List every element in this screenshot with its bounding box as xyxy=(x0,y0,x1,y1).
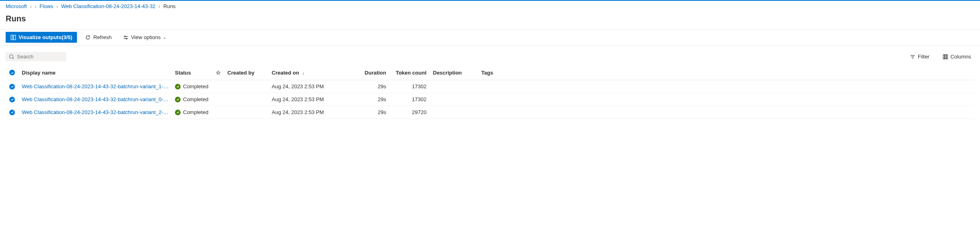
refresh-button[interactable]: Refresh xyxy=(82,32,115,43)
svg-point-4 xyxy=(125,36,126,37)
token-count-cell: 17302 xyxy=(389,93,430,106)
row-select-icon[interactable] xyxy=(9,84,15,89)
status-text: Completed xyxy=(183,109,208,115)
run-name-link[interactable]: Web Classification-08-24-2023-14-43-32-b… xyxy=(22,83,171,89)
filter-icon xyxy=(910,54,915,60)
run-name-link[interactable]: Web Classification-08-24-2023-14-43-32-b… xyxy=(22,109,171,115)
visualize-outputs-label: Visualize outputs(3/5) xyxy=(19,34,72,40)
search-icon xyxy=(9,54,15,60)
refresh-label: Refresh xyxy=(93,34,112,40)
check-circle-icon xyxy=(9,70,15,75)
table-row[interactable]: Web Classification-08-24-2023-14-43-32-b… xyxy=(6,80,974,93)
duration-cell: 29s xyxy=(357,80,389,93)
created-by-cell xyxy=(224,106,268,119)
success-icon xyxy=(175,97,181,102)
breadcrumb-root[interactable]: Microsoft xyxy=(6,3,27,9)
token-count-cell: 29720 xyxy=(389,106,430,119)
breadcrumb-current: Runs xyxy=(163,3,175,9)
star-icon: ☆ xyxy=(216,69,221,76)
filter-label: Filter xyxy=(918,54,930,60)
status-badge: Completed xyxy=(175,83,209,89)
success-icon xyxy=(175,84,181,89)
duration-cell: 29s xyxy=(357,93,389,106)
status-badge: Completed xyxy=(175,109,209,115)
filter-button[interactable]: Filter xyxy=(907,51,933,62)
description-cell xyxy=(430,93,478,106)
created-by-cell xyxy=(224,93,268,106)
refresh-icon xyxy=(85,35,91,40)
row-select-icon[interactable] xyxy=(9,97,15,102)
header-duration[interactable]: Duration xyxy=(357,65,389,80)
svg-rect-1 xyxy=(13,35,15,39)
success-icon xyxy=(175,110,181,115)
header-description[interactable]: Description xyxy=(430,65,478,80)
header-token-count[interactable]: Token count xyxy=(389,65,430,80)
svg-line-7 xyxy=(13,58,14,59)
svg-rect-13 xyxy=(946,54,947,59)
page-title: Runs xyxy=(0,12,980,29)
breadcrumb: Microsoft › › Flows › Web Classification… xyxy=(0,1,980,12)
created-on-cell: Aug 24, 2023 2:53 PM xyxy=(268,80,357,93)
token-count-cell: 17302 xyxy=(389,80,430,93)
columns-label: Columns xyxy=(951,54,971,60)
created-on-cell: Aug 24, 2023 2:53 PM xyxy=(268,93,357,106)
header-created-on-label: Created on xyxy=(272,70,299,76)
tags-cell xyxy=(478,80,526,93)
status-text: Completed xyxy=(183,96,208,102)
settings-icon xyxy=(123,35,129,40)
chevron-right-icon: › xyxy=(56,4,58,9)
header-favorite[interactable]: ☆ xyxy=(212,65,224,80)
created-on-cell: Aug 24, 2023 2:53 PM xyxy=(268,106,357,119)
runs-table: Display name Status ☆ Created by Created… xyxy=(6,65,974,119)
tags-cell xyxy=(478,106,526,119)
search-input[interactable] xyxy=(17,54,63,60)
breadcrumb-flows[interactable]: Flows xyxy=(40,3,53,9)
svg-rect-12 xyxy=(945,54,946,59)
tags-cell xyxy=(478,93,526,106)
header-tags[interactable]: Tags xyxy=(478,65,526,80)
status-text: Completed xyxy=(183,83,208,89)
header-select-all[interactable] xyxy=(6,65,19,80)
table-row[interactable]: Web Classification-08-24-2023-14-43-32-b… xyxy=(6,93,974,106)
header-display-name[interactable]: Display name xyxy=(19,65,172,80)
created-by-cell xyxy=(224,80,268,93)
description-cell xyxy=(430,106,478,119)
svg-rect-11 xyxy=(943,54,944,59)
columns-icon xyxy=(943,54,948,60)
chevron-right-icon: › xyxy=(159,4,160,9)
header-status[interactable]: Status xyxy=(172,65,212,80)
duration-cell: 29s xyxy=(357,106,389,119)
status-badge: Completed xyxy=(175,96,209,102)
toolbar: Visualize outputs(3/5) Refresh View opti… xyxy=(0,29,980,46)
search-input-wrapper[interactable] xyxy=(6,52,66,61)
table-row[interactable]: Web Classification-08-24-2023-14-43-32-b… xyxy=(6,106,974,119)
chevron-right-icon: › xyxy=(30,4,32,9)
view-options-button[interactable]: View options ⌄ xyxy=(120,32,169,43)
svg-rect-0 xyxy=(11,35,12,39)
description-cell xyxy=(430,80,478,93)
sort-down-icon: ↓ xyxy=(302,71,305,75)
svg-point-5 xyxy=(126,38,127,39)
header-created-on[interactable]: Created on ↓ xyxy=(268,65,357,80)
chevron-right-icon: › xyxy=(35,4,36,9)
chevron-down-icon: ⌄ xyxy=(163,35,166,39)
layout-icon xyxy=(10,35,16,40)
svg-point-6 xyxy=(10,54,13,58)
header-created-by[interactable]: Created by xyxy=(224,65,268,80)
visualize-outputs-button[interactable]: Visualize outputs(3/5) xyxy=(6,32,77,43)
view-options-label: View options xyxy=(131,34,160,40)
breadcrumb-flow-name[interactable]: Web Classification-08-24-2023-14-43-32 xyxy=(61,3,156,9)
run-name-link[interactable]: Web Classification-08-24-2023-14-43-32-b… xyxy=(22,96,171,102)
row-select-icon[interactable] xyxy=(9,110,15,115)
columns-button[interactable]: Columns xyxy=(939,51,974,62)
